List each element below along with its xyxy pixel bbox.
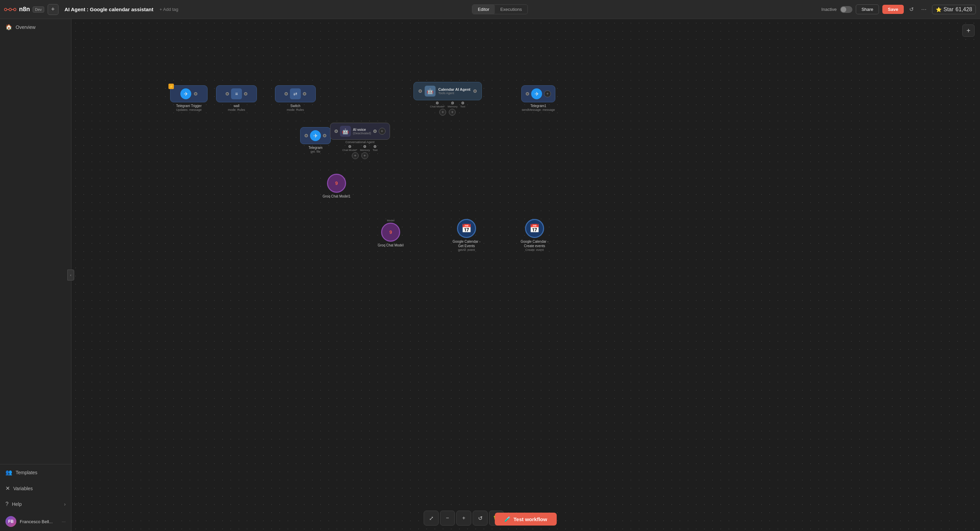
star-label: Star xyxy=(943,6,953,13)
node-label: Telegram Trigger xyxy=(176,104,202,108)
fit-view-button[interactable]: ⤢ xyxy=(424,510,439,526)
undo-button[interactable]: ↺ xyxy=(907,4,916,14)
telegram-icon: ✈ xyxy=(180,89,191,99)
ai-voice-title: AI voice xyxy=(353,128,371,132)
test-workflow-button[interactable]: 🧪 Test workflow xyxy=(495,513,557,526)
user-more-button[interactable]: ··· xyxy=(62,519,66,524)
node-label: Groq Chat Model1 xyxy=(323,194,350,198)
agent-title: Calendar AI Agent xyxy=(438,87,471,92)
tab-editor[interactable]: Editor xyxy=(472,5,495,14)
node-box: ✈ xyxy=(300,127,331,144)
main-layout: 🏠 Overview 👥 Templates ✕ Variables ? Hel… xyxy=(0,19,980,531)
node-label: Telegram1 xyxy=(530,104,546,108)
output-connector xyxy=(373,130,377,133)
templates-icon: 👥 xyxy=(5,469,12,476)
add-buttons-row: + + xyxy=(439,109,456,116)
node-calendar-ai-agent[interactable]: 🤖 Calendar AI Agent Tools Agent Chat Mod… xyxy=(414,82,482,116)
node-sublabel: mode: Rules xyxy=(287,108,304,111)
test-workflow-label: Test workflow xyxy=(514,517,547,522)
add-workflow-button[interactable]: + xyxy=(48,4,59,15)
add-after-aivoice-button[interactable]: + xyxy=(379,128,385,135)
inactive-label: Inactive xyxy=(821,7,837,12)
sidebar-templates-label: Templates xyxy=(16,470,37,475)
input-connector xyxy=(526,92,529,95)
add-chatmodel-button[interactable]: + xyxy=(439,109,446,116)
zoom-in-button[interactable]: + xyxy=(456,510,471,526)
variables-icon: ✕ xyxy=(5,485,10,491)
sidebar-variables-label: Variables xyxy=(13,486,33,491)
node-groq-chat-model1[interactable]: 9 Groq Chat Model1 xyxy=(323,174,350,198)
node-box: ✈ + xyxy=(521,85,555,102)
add-chatmodel-aivoice-button[interactable]: + xyxy=(352,152,359,159)
node-box: 🤖 Calendar AI Agent Tools Agent xyxy=(414,82,482,100)
sub-connectors: Chat Model* Memory Tool xyxy=(430,101,465,108)
telegram1-icon: ✈ xyxy=(531,89,542,99)
output-connector xyxy=(473,89,477,93)
output-connector xyxy=(244,92,247,95)
avatar: FB xyxy=(5,516,16,527)
workflow-title: AI Agent : Google calendar assistant xyxy=(65,6,153,12)
active-toggle[interactable] xyxy=(840,6,853,13)
zoom-plus-button[interactable]: + xyxy=(962,24,975,37)
node-switch[interactable]: ⇄ Switch mode: Rules xyxy=(275,85,316,111)
canvas-area[interactable]: ⚡ ✈ Telegram Trigger Updates: message ≡ … xyxy=(72,19,980,531)
help-icon: ? xyxy=(5,501,8,507)
save-button[interactable]: Save xyxy=(882,5,904,14)
chat-model-connector: Chat Model* xyxy=(430,101,445,108)
node-sublabel: mode: Rules xyxy=(228,108,245,111)
input-connector xyxy=(226,92,229,95)
node-gcal-create[interactable]: 📅 Google Calendar -Create events Create:… xyxy=(520,219,549,252)
node-gcal-get[interactable]: 📅 Google Calendar -Get Events getAll: ev… xyxy=(453,219,480,252)
sidebar-item-help[interactable]: ? Help › xyxy=(0,496,71,512)
ai-voice-sub-connectors: Chat Model* Memory Tool xyxy=(342,145,378,152)
gcal-create-icon: 📅 xyxy=(525,219,544,238)
bottom-toolbar: ⤢ − + ↺ 🐛 xyxy=(424,510,504,526)
tab-executions[interactable]: Executions xyxy=(495,5,527,14)
node-label: Google Calendar -Create events xyxy=(520,239,549,248)
ai-voice-icon: 🤖 xyxy=(340,126,351,137)
node-sublabel: Updates: message xyxy=(176,108,202,111)
add-tag-button[interactable]: + Add tag xyxy=(159,7,178,12)
more-options-button[interactable]: ⋯ xyxy=(919,4,929,14)
add-tool-button[interactable]: + xyxy=(449,109,456,116)
node-sublabel: Create: event xyxy=(525,248,544,252)
output-connector xyxy=(323,134,326,137)
add-tool-aivoice-button[interactable]: + xyxy=(361,152,368,159)
sidebar-item-variables[interactable]: ✕ Variables xyxy=(0,480,71,496)
input-connector xyxy=(418,89,422,93)
node-telegram-get[interactable]: ✈ Telegram get: file xyxy=(300,127,331,153)
memory-connector: Memory xyxy=(447,101,457,108)
share-button[interactable]: Share xyxy=(856,5,879,14)
node-sublabel: sendMessage: message xyxy=(522,108,555,111)
node-box: ⚡ ✈ xyxy=(170,85,208,102)
node-telegram1[interactable]: ✈ + Telegram1 sendMessage: message xyxy=(521,85,555,111)
node-wall[interactable]: ≡ wall mode: Rules xyxy=(216,85,257,111)
node-box: ⇄ xyxy=(275,85,316,102)
telegram-get-icon: ✈ xyxy=(310,130,321,141)
switch-icon: ⇄ xyxy=(290,89,301,99)
collapse-sidebar-button[interactable]: ‹ xyxy=(67,269,74,281)
filter-icon: ≡ xyxy=(231,89,242,99)
add-after-telegram-button[interactable]: + xyxy=(544,90,551,97)
user-area[interactable]: FB Francesco Bell... ··· xyxy=(0,512,71,531)
toggle-knob xyxy=(841,7,846,12)
gcal-get-icon: 📅 xyxy=(457,219,476,238)
sidebar-item-overview[interactable]: 🏠 Overview xyxy=(0,19,71,35)
node-ai-voice[interactable]: 🤖 AI voice (Deactivated) + Conversationa… xyxy=(330,123,390,159)
star-area[interactable]: ⭐ Star 61,428 xyxy=(932,5,976,14)
test-icon: 🧪 xyxy=(504,516,511,522)
node-sublabel: getAll: event xyxy=(458,248,475,252)
sidebar-item-templates[interactable]: 👥 Templates xyxy=(0,464,71,480)
topbar: n8n Dev + AI Agent : Google calendar ass… xyxy=(0,0,980,19)
node-sublabel: get: file xyxy=(310,150,320,153)
node-groq-chat-model[interactable]: Model 9 Groq Chat Model xyxy=(378,219,404,247)
undo-canvas-button[interactable]: ↺ xyxy=(473,510,488,526)
node-label: wall xyxy=(234,104,239,108)
zoom-out-button[interactable]: − xyxy=(440,510,455,526)
model-label: Model xyxy=(387,219,395,222)
node-telegram-trigger[interactable]: ⚡ ✈ Telegram Trigger Updates: message xyxy=(170,85,208,111)
n8n-logo-icon xyxy=(4,5,16,14)
node-box: ≡ xyxy=(216,85,257,102)
sidebar-bottom: 👥 Templates ✕ Variables ? Help › FB Fran… xyxy=(0,464,71,531)
agent-subtitle: Tools Agent xyxy=(438,92,471,95)
